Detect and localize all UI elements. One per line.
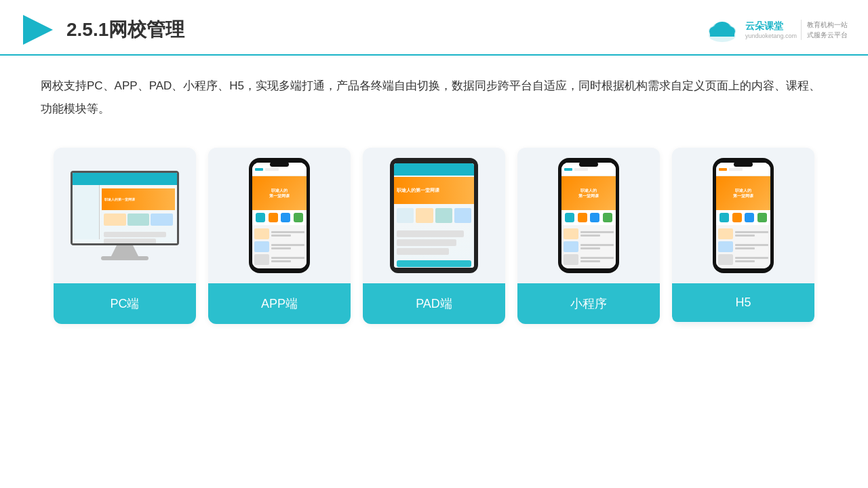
h5-device-mock: 职途人的第一堂网课 xyxy=(713,158,774,273)
app-device-mock: 职途人的第一堂网课 xyxy=(249,158,310,273)
pc-device-mock: 职途人的第一堂网课 xyxy=(71,171,179,260)
card-miniprogram: 职途人的第一堂网课 xyxy=(517,148,660,324)
miniprogram-device-mock: 职途人的第一堂网课 xyxy=(558,158,619,273)
page-title: 2.5.1网校管理 xyxy=(66,17,184,43)
cards-section: 职途人的第一堂网课 xyxy=(0,127,868,338)
h5-screen: 职途人的第一堂网课 xyxy=(716,163,770,268)
card-pad: 职途人的第一堂网课 xyxy=(363,148,505,324)
card-h5-image: 职途人的第一堂网课 xyxy=(672,148,814,283)
pad-frame: 职途人的第一堂网课 xyxy=(390,158,478,273)
card-pc-image: 职途人的第一堂网课 xyxy=(54,148,196,283)
page-header: 2.5.1网校管理 云朵课堂 yunduoketang.com 教育机构一站式服… xyxy=(0,0,868,56)
pad-device-mock: 职途人的第一堂网课 xyxy=(390,158,478,273)
svg-rect-8 xyxy=(710,32,734,37)
cloud-logo-icon xyxy=(703,16,741,43)
logo-area: 云朵课堂 yunduoketang.com 教育机构一站式服务云平台 xyxy=(703,16,848,43)
card-pad-label: PAD端 xyxy=(363,283,505,324)
logo-tagline: 教育机构一站式服务云平台 xyxy=(801,20,848,40)
card-pad-image: 职途人的第一堂网课 xyxy=(363,148,505,283)
logo-sub: yunduoketang.com xyxy=(745,33,797,39)
logo-text-block: 云朵课堂 yunduoketang.com xyxy=(745,20,797,39)
miniprogram-screen: 职途人的第一堂网课 xyxy=(561,163,616,268)
card-h5: 职途人的第一堂网课 xyxy=(672,148,814,324)
header-left: 2.5.1网校管理 xyxy=(20,12,184,47)
play-icon xyxy=(20,12,56,47)
app-phone-screen: 职途人的第一堂网课 xyxy=(252,163,307,268)
card-h5-label: H5 xyxy=(672,283,814,322)
card-miniprogram-image: 职途人的第一堂网课 xyxy=(517,148,660,283)
card-app-label: APP端 xyxy=(208,283,351,324)
pad-screen: 职途人的第一堂网课 xyxy=(394,163,474,268)
svg-marker-0 xyxy=(23,15,53,45)
card-miniprogram-label: 小程序 xyxy=(517,283,660,324)
description-text: 网校支持PC、APP、PAD、小程序、H5，实现多端打通，产品各终端自由切换，数… xyxy=(0,56,868,127)
card-app-image: 职途人的第一堂网课 xyxy=(208,148,351,283)
card-pc: 职途人的第一堂网课 xyxy=(54,148,196,324)
card-pc-label: PC端 xyxy=(54,283,196,324)
logo-name: 云朵课堂 xyxy=(745,20,797,33)
pc-screen: 职途人的第一堂网课 xyxy=(71,171,179,245)
card-app: 职途人的第一堂网课 xyxy=(208,148,351,324)
